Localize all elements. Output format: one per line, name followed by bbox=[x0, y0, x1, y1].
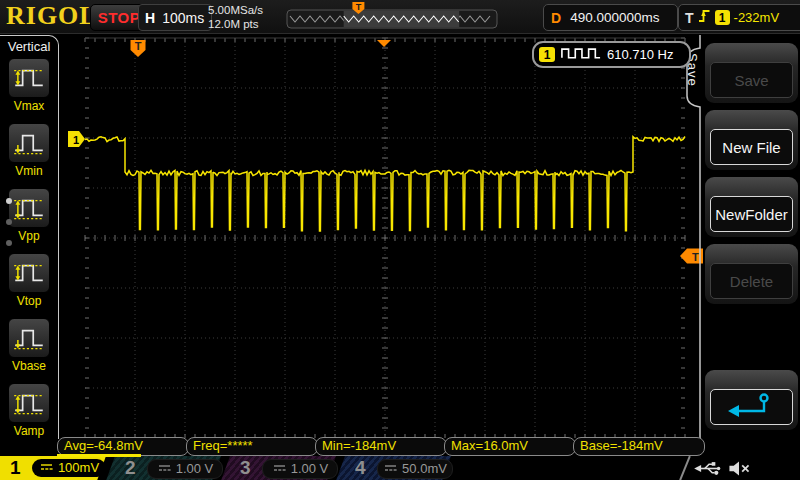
menu-item-label: Vbase bbox=[0, 359, 58, 373]
rising-edge-icon bbox=[698, 7, 711, 28]
softkey-newfolder[interactable]: NewFolder bbox=[705, 177, 798, 237]
h-label: H bbox=[145, 10, 155, 26]
measurement-source-underline bbox=[57, 454, 141, 457]
svg-text:T: T bbox=[135, 40, 142, 52]
counter-source-badge: 1 bbox=[539, 47, 555, 62]
softkey-label: New File bbox=[710, 129, 793, 165]
channel-scale: 100mV bbox=[58, 460, 99, 475]
acquisition-info: 5.00MSa/s 12.0M pts bbox=[208, 2, 284, 32]
memory-position-bar[interactable]: T bbox=[283, 1, 501, 32]
menu-item-vmax[interactable]: Vmax bbox=[0, 58, 58, 113]
menu-item-label: Vamp bbox=[0, 424, 58, 438]
menu-item-label: Vmin bbox=[0, 164, 58, 178]
measurement-freq: Freq=***** bbox=[186, 437, 318, 456]
ch1-offset-marker[interactable]: 1 bbox=[68, 131, 85, 147]
brand-logo: RIGOL bbox=[6, 1, 98, 31]
channel-scale-box: 1.00 V bbox=[262, 459, 338, 479]
memory-depth: 12.0M pts bbox=[208, 17, 284, 31]
frequency-counter: 1 610.710 Hz bbox=[532, 41, 691, 68]
channel-content: 3 1.00 V bbox=[230, 456, 336, 480]
page-dot bbox=[6, 198, 12, 204]
channel-3-status[interactable]: 3 1.00 V bbox=[221, 456, 336, 480]
channel-1-status[interactable]: 1 100mV bbox=[0, 456, 106, 480]
d-label: D bbox=[551, 10, 561, 26]
delay-value: 490.000000ms bbox=[570, 10, 659, 25]
top-bar: RIGOL STOP H 100ms 5.00MSa/s 12.0M pts T… bbox=[0, 0, 800, 34]
channel-scale: 1.00 V bbox=[176, 461, 214, 476]
channel-4-status[interactable]: 4 50.0mV bbox=[336, 456, 451, 480]
dc-coupling-icon bbox=[383, 461, 398, 476]
trigger-position-marker[interactable]: T bbox=[131, 40, 146, 58]
vbase-icon[interactable] bbox=[8, 318, 50, 358]
channel-content: 4 50.0mV bbox=[345, 456, 451, 480]
softkey-label bbox=[710, 389, 793, 425]
page-dot bbox=[6, 219, 12, 225]
menu-item-vmin[interactable]: Vmin bbox=[0, 123, 58, 178]
dc-coupling-icon bbox=[39, 460, 54, 475]
horizontal-menu-button[interactable]: H 100ms bbox=[138, 4, 212, 31]
usb-icon bbox=[694, 460, 722, 480]
channel-number: 1 bbox=[10, 456, 21, 480]
softkey-new-file[interactable]: New File bbox=[705, 110, 798, 170]
channel-scale: 1.00 V bbox=[291, 461, 329, 476]
menu-title: Vertical bbox=[0, 39, 58, 54]
softkey-label: Delete bbox=[710, 263, 793, 299]
channel-scale-box: 100mV bbox=[32, 459, 106, 477]
dc-coupling-icon bbox=[157, 461, 172, 476]
menu-item-label: Vmax bbox=[0, 99, 58, 113]
left-measure-menu: Vertical Vmax Vmin Vpp Vtop Vbase Vamp bbox=[0, 35, 59, 439]
channel-scale-box: 1.00 V bbox=[147, 459, 223, 479]
measurement-base: Base=-184mV bbox=[573, 437, 705, 456]
channel-number: 2 bbox=[125, 456, 136, 480]
channel-scale: 50.0mV bbox=[402, 461, 447, 476]
vmax-icon[interactable] bbox=[8, 58, 50, 98]
measurement-max: Max=16.0mV bbox=[444, 437, 576, 456]
svg-text:1: 1 bbox=[73, 134, 79, 146]
channel-content: 2 1.00 V bbox=[115, 456, 221, 480]
softkey-label: NewFolder bbox=[710, 196, 793, 232]
speaker-muted-icon bbox=[727, 460, 751, 480]
dc-coupling-icon bbox=[272, 461, 287, 476]
t-label: T bbox=[685, 10, 694, 26]
delay-readout[interactable]: D 490.000000ms bbox=[543, 4, 678, 31]
menu-item-vbase[interactable]: Vbase bbox=[0, 318, 58, 373]
softkey-save[interactable]: Save bbox=[705, 43, 798, 103]
menu-item-vamp[interactable]: Vamp bbox=[0, 383, 58, 438]
square-wave-icon bbox=[560, 45, 602, 65]
menu-item-vpp[interactable]: Vpp bbox=[0, 188, 58, 243]
softkey-return[interactable] bbox=[705, 370, 798, 430]
channel-content: 1 100mV bbox=[0, 456, 106, 480]
return-arrow-icon bbox=[724, 391, 780, 423]
softkey-label: Save bbox=[710, 62, 793, 98]
svg-text:T: T bbox=[356, 2, 362, 12]
page-dot bbox=[6, 240, 12, 246]
trigger-level-value: -232mV bbox=[734, 10, 780, 25]
vtop-icon[interactable] bbox=[8, 253, 50, 293]
menu-item-label: Vtop bbox=[0, 294, 58, 308]
vamp-icon[interactable] bbox=[8, 383, 50, 423]
softkey-delete[interactable]: Delete bbox=[705, 244, 798, 304]
trigger-readout[interactable]: T 1 -232mV bbox=[678, 4, 800, 31]
oscilloscope-screen: RIGOL STOP H 100ms 5.00MSa/s 12.0M pts T… bbox=[0, 0, 800, 480]
delay-center-marker[interactable] bbox=[377, 40, 391, 47]
channel-number: 4 bbox=[355, 456, 366, 480]
vpp-icon[interactable] bbox=[8, 188, 50, 228]
timebase-value: 100ms bbox=[162, 10, 204, 26]
vmin-icon[interactable] bbox=[8, 123, 50, 163]
menu-item-vtop[interactable]: Vtop bbox=[0, 253, 58, 308]
channel-number: 3 bbox=[240, 456, 251, 480]
channel-2-status[interactable]: 2 1.00 V bbox=[106, 456, 221, 480]
sample-rate: 5.00MSa/s bbox=[208, 3, 284, 17]
counter-value: 610.710 Hz bbox=[607, 47, 674, 62]
trigger-source-badge: 1 bbox=[715, 10, 730, 25]
measurement-min: Min=-184mV bbox=[315, 437, 447, 456]
waveform-display: 1 T T bbox=[68, 35, 718, 445]
right-soft-menu: Save SaveNew FileNewFolderDelete bbox=[684, 35, 800, 450]
channel-scale-box: 50.0mV bbox=[377, 459, 453, 479]
